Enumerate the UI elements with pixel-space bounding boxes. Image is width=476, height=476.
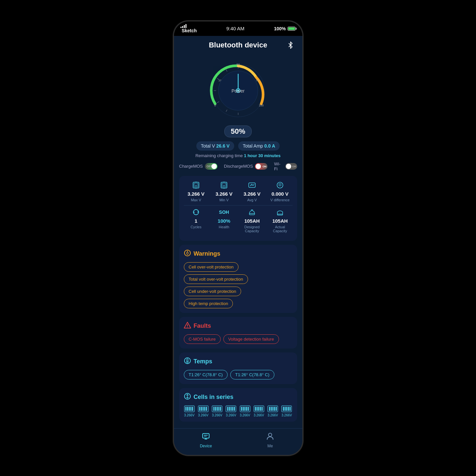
charge-mos-toggle[interactable]: OFF [205, 163, 217, 170]
cell-value-0: 3.266V [184, 413, 195, 417]
total-amp-badge: Total Amp 0.0 A [238, 141, 280, 151]
cell-item-1: 3.266V [198, 406, 209, 417]
cells-title: Cells in series [194, 394, 234, 401]
metric-max-v: U 3.266 V Max V [184, 181, 209, 202]
warnings-header: Warnings [184, 249, 293, 258]
cell-item-7: 3.266V [281, 406, 292, 417]
stats-row: Total V 26.6 V Total Amp 0.0 A [179, 141, 297, 151]
warnings-tags: Cell over-volt protection Total volt ove… [184, 262, 293, 308]
device-nav-label: Device [200, 444, 212, 448]
gauge-label: Power [232, 88, 245, 94]
svg-rect-35 [277, 214, 283, 215]
actual-cap-value: 105AH [272, 218, 288, 224]
metrics-grid-top: U 3.266 V Max V U [184, 181, 293, 202]
svg-text:50: 50 [236, 63, 239, 66]
health-value: 100% [218, 218, 230, 224]
battery-icon [288, 27, 295, 31]
warning-tag-0: Cell over-volt protection [184, 262, 239, 272]
avg-v-value: 3.266 V [243, 191, 261, 197]
svg-point-40 [187, 327, 188, 327]
warnings-icon [184, 249, 191, 258]
svg-text:U: U [223, 184, 225, 187]
cell-value-5: 3.266V [254, 413, 264, 417]
temps-icon [184, 357, 191, 366]
me-nav-icon [266, 432, 274, 442]
cell-item-6: 3.266V [267, 406, 278, 417]
actual-cap-icon [276, 208, 284, 217]
device-nav-icon [202, 432, 210, 442]
svg-point-43 [186, 361, 188, 363]
warnings-card: Warnings Cell over-volt protection Total… [179, 245, 297, 313]
gauge-container: 0 50 100 25 75 [179, 54, 297, 137]
metrics-grid-bottom: 1 Cycles SOH 100% Health [184, 208, 293, 233]
status-time: 9:40 AM [226, 26, 244, 31]
wifi-toggle[interactable]: Off [285, 163, 297, 170]
faults-title: Faults [194, 322, 211, 329]
metric-avg-v: 3.266 V Avg V [240, 181, 265, 202]
metric-actual-cap: 105AH Actual Capacity [268, 208, 293, 233]
svg-rect-33 [249, 213, 255, 215]
designed-cap-value: 105AH [244, 218, 260, 224]
svg-text:U: U [195, 184, 197, 187]
total-v-badge: Total V 26.6 V [196, 141, 234, 151]
cell-value-2: 3.266V [212, 413, 222, 417]
avg-v-icon [248, 181, 256, 190]
nav-header: Bluetooth device [174, 36, 302, 54]
mos-row: ChargeMOS OFF DischargeMOS ON Wi-Fi Off [179, 161, 297, 171]
health-icon: SOH [219, 208, 229, 217]
cell-value-1: 3.266V [198, 413, 209, 417]
v-diff-icon [276, 181, 284, 190]
warnings-title: Warnings [194, 250, 220, 257]
designed-cap-label: Designed Capacity [240, 225, 265, 233]
gauge-percent-badge: 50% [224, 126, 251, 137]
cycles-label: Cycles [190, 225, 201, 229]
metric-cycles: 1 Cycles [184, 208, 209, 233]
me-nav-label: Me [267, 444, 273, 448]
faults-tags: C-MOS failure Voltage detection failure [184, 334, 293, 344]
charging-time: Remaining charging time 1 hour 30 minute… [179, 153, 297, 158]
temps-title: Temps [194, 358, 212, 365]
health-label: Health [219, 225, 229, 229]
temp-tag-1: T1:26° C(78.8° C) [230, 370, 274, 379]
status-bar: Sketch 9:40 AM 100% [174, 21, 302, 36]
faults-card: Faults C-MOS failure Voltage detection f… [179, 317, 297, 349]
v-diff-value: 0.000 V [271, 191, 289, 197]
max-v-icon: U [192, 181, 200, 190]
nav-device[interactable]: Device [174, 429, 238, 455]
charge-mos: ChargeMOS OFF [179, 163, 217, 170]
page-title: Bluetooth device [209, 41, 267, 49]
fault-tag-0: C-MOS failure [184, 334, 221, 344]
discharge-mos: DischargeMOS ON [224, 163, 267, 170]
temps-card: Temps T1:26° C(78.8° C) T1:26° C(78.8° C… [179, 352, 297, 384]
svg-text:75: 75 [256, 79, 259, 82]
svg-point-53 [268, 433, 272, 436]
faults-header: Faults [184, 322, 293, 330]
max-v-value: 3.266 V [187, 191, 205, 197]
status-signal: Sketch [181, 24, 197, 33]
svg-text:0: 0 [214, 104, 216, 107]
discharge-mos-toggle[interactable]: ON [255, 163, 267, 170]
bluetooth-icon[interactable] [285, 40, 296, 50]
phone-frame: Sketch 9:40 AM 100% Bluetooth device [174, 21, 302, 455]
cell-value-6: 3.266V [267, 413, 278, 417]
warning-tag-3: High temp protection [184, 299, 233, 308]
svg-rect-47 [203, 434, 209, 438]
cell-item-2: 3.266V [212, 406, 222, 417]
nav-me[interactable]: Me [238, 429, 302, 455]
min-v-value: 3.266 V [215, 191, 233, 197]
max-v-label: Max V [191, 198, 201, 202]
signal-bars-icon [181, 24, 197, 28]
cell-value-3: 3.266V [226, 413, 237, 417]
cell-item-4: 3.266V [240, 406, 250, 417]
cycles-icon [192, 208, 200, 217]
actual-cap-label: Actual Capacity [268, 225, 293, 233]
faults-icon [184, 322, 191, 330]
cells-icon [184, 393, 191, 402]
metric-health: SOH 100% Health [212, 208, 237, 233]
designed-cap-icon [248, 208, 256, 217]
gauge-center-text: Power [232, 88, 245, 94]
avg-v-label: Avg V [247, 198, 257, 202]
cell-item-5: 3.266V [254, 406, 264, 417]
min-v-icon: U [220, 181, 228, 190]
min-v-label: Min V [219, 198, 229, 202]
